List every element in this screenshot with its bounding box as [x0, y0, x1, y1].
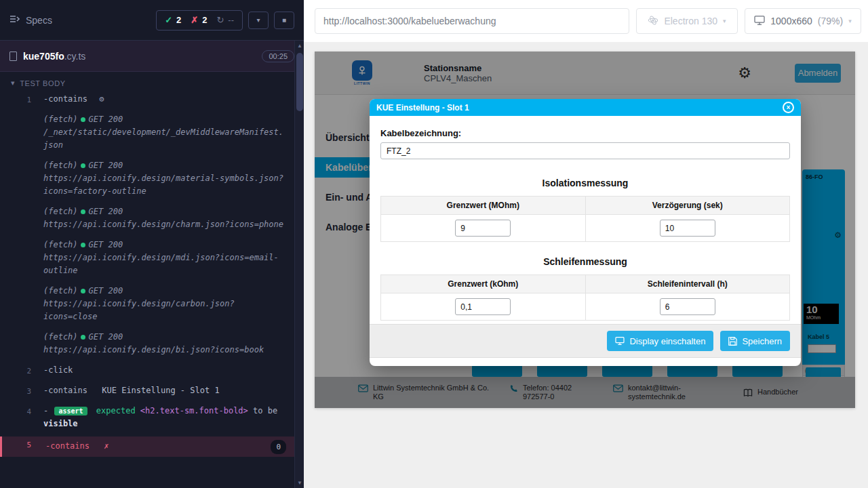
kabel-label: Kabelbezeichnung:	[380, 128, 790, 138]
kabelbezeichnung-input[interactable]	[380, 142, 790, 159]
fetch-log-row[interactable]: (fetch)GET 200 https://api.iconify.desig…	[0, 204, 304, 232]
specs-button[interactable]: Specs	[9, 14, 52, 26]
scroll-up-icon[interactable]: ▲	[295, 43, 304, 49]
spec-timer: 00:25	[262, 50, 294, 62]
grenzwert-kohm-input[interactable]	[455, 298, 511, 315]
viewport-select[interactable]: 1000x660 (79%) ▾	[745, 8, 861, 34]
modal-footer: Display einschalten Speichern	[370, 324, 801, 358]
stat-pending: ↻ --	[216, 15, 234, 25]
specs-label: Specs	[26, 15, 52, 26]
schleifenmessung-table: Grenzwert (kOhm) Schleifenintervall (h)	[380, 274, 790, 321]
modal-title: KUE Einstellung - Slot 1	[376, 103, 469, 113]
command-contains-1[interactable]: 1 -contains ⚙	[0, 92, 304, 107]
fail-icon: ✗	[104, 441, 108, 451]
match-count-badge: 0	[271, 440, 286, 454]
chevron-down-icon: ▾	[256, 16, 260, 24]
collapse-button[interactable]: ▾	[248, 12, 269, 29]
isolationsmessung-table: Grenzwert (MOhm) Verzögerung (sek)	[380, 196, 790, 242]
schleifenmessung-title: Schleifenmessung	[380, 256, 790, 267]
cypress-reporter: Specs ✓ 2 ✗ 2 ↻ -- ▾	[0, 0, 304, 488]
fetch-log-row[interactable]: (fetch)GET 200 https://api.iconify.desig…	[0, 329, 304, 358]
col-schleifenintervall: Schleifenintervall (h)	[585, 275, 790, 293]
display-on-button[interactable]: Display einschalten	[607, 331, 713, 351]
col-verzoegerung: Verzögerung (sek)	[585, 197, 790, 215]
col-grenzwert-kohm: Grenzwert (kOhm)	[381, 275, 586, 293]
command-log: 1 -contains ⚙ (fetch)GET 200 /_next/stat…	[0, 92, 304, 457]
fetch-log-row[interactable]: (fetch)GET 200 https://api.iconify.desig…	[0, 158, 304, 199]
verzoegerung-input[interactable]	[660, 220, 715, 237]
status-dot	[81, 289, 85, 293]
stop-icon: ■	[282, 16, 286, 24]
app-frame: LITTWIN Stationsname CPLV4_Maschen ⚙ Abm…	[315, 52, 855, 408]
status-dot	[81, 117, 85, 122]
file-icon	[9, 52, 17, 61]
floppy-icon	[728, 337, 737, 346]
command-contains-failed[interactable]: 5 -contains ✗ 0	[0, 436, 304, 457]
browser-select[interactable]: Electron 130 ▾	[636, 8, 738, 34]
scroll-down-icon[interactable]: ▼	[295, 480, 304, 486]
grenzwert-mohm-input[interactable]	[455, 220, 511, 237]
spec-row[interactable]: kue705fo.cy.ts 00:25	[0, 41, 304, 72]
cross-icon: ✗	[191, 15, 198, 25]
command-click[interactable]: 2 -click	[0, 363, 304, 378]
reporter-scrollbar[interactable]: ▲ ▼	[294, 41, 304, 488]
isolationsmessung-title: Isolationsmessung	[380, 178, 790, 188]
fetch-log-row[interactable]: (fetch)GET 200 https://api.iconify.desig…	[0, 283, 304, 325]
aut-panel: Electron 130 ▾ 1000x660 (79%) ▾ LITTWI	[304, 0, 868, 488]
caret-icon: ▾	[11, 79, 15, 87]
monitor-icon	[754, 16, 765, 27]
modal-body: Kabelbezeichnung: Isolationsmessung Gren…	[370, 116, 801, 321]
chevron-down-icon: ▾	[723, 18, 726, 24]
col-grenzwert-mohm: Grenzwert (MOhm)	[381, 197, 586, 215]
stat-passed: ✓ 2	[165, 15, 181, 25]
chevron-down-icon: ▾	[848, 18, 852, 24]
gear-icon: ⚙	[99, 94, 104, 104]
aut-toolbar: Electron 130 ▾ 1000x660 (79%) ▾	[304, 0, 868, 42]
spec-name: kue705fo.cy.ts	[23, 51, 85, 62]
electron-icon	[648, 15, 658, 28]
status-dot	[81, 209, 85, 214]
url-input[interactable]	[315, 8, 629, 34]
fetch-log-row[interactable]: (fetch)GET 200 https://api.iconify.desig…	[0, 237, 304, 279]
status-dot	[81, 243, 85, 247]
reporter-header: Specs ✓ 2 ✗ 2 ↻ -- ▾	[0, 0, 304, 41]
assert-badge: assert	[54, 407, 87, 415]
status-dot	[81, 335, 85, 340]
command-assert[interactable]: 4 - assert expected <h2.text-sm.font-bol…	[0, 403, 304, 432]
kue-settings-modal: KUE Einstellung - Slot 1 × Kabelbezeichn…	[370, 99, 801, 366]
status-dot	[81, 163, 85, 168]
save-button[interactable]: Speichern	[720, 331, 790, 351]
display-icon	[615, 337, 625, 345]
window: Specs ✓ 2 ✗ 2 ↻ -- ▾	[0, 0, 868, 488]
scrollbar-thumb[interactable]	[296, 53, 303, 111]
refresh-icon: ↻	[216, 15, 224, 25]
test-stats: ✓ 2 ✗ 2 ↻ --	[156, 10, 243, 30]
stat-failed: ✗ 2	[191, 15, 207, 25]
check-icon: ✓	[165, 15, 172, 25]
close-icon[interactable]: ×	[783, 102, 794, 113]
stop-button[interactable]: ■	[274, 12, 294, 29]
fetch-log-row[interactable]: (fetch)GET 200 /_next/static/development…	[0, 112, 304, 153]
modal-header: KUE Einstellung - Slot 1 ×	[370, 99, 801, 116]
specs-list-icon	[9, 14, 20, 26]
command-contains-3[interactable]: 3 -contains KUE Einstellung - Slot 1	[0, 383, 304, 399]
schleifenintervall-input[interactable]	[660, 298, 715, 315]
test-body-toggle[interactable]: ▾ TEST BODY	[0, 72, 304, 92]
